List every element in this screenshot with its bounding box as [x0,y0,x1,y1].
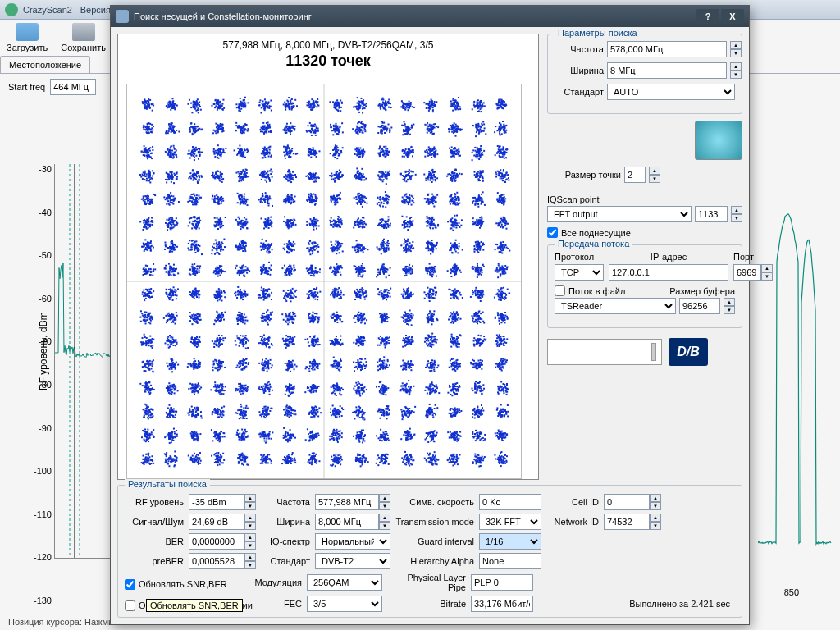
iq-select[interactable]: Нормальный [315,533,390,550]
main-title: CrazyScan2 - Версия [23,5,111,15]
preber-input[interactable] [189,553,244,569]
app-icon [5,3,18,16]
res-freq-input[interactable] [315,494,379,510]
stream-group: Передача потока Протокол IP-адрес Порт T… [547,244,742,328]
help-button[interactable]: ? [696,9,719,24]
tofile-checkbox[interactable] [555,285,565,296]
iqscan-select[interactable]: FFT output [547,206,692,222]
constellation-plot: 577,988 МГц, 8,000 МГц, DVB-T2/256QAM, 3… [117,34,539,480]
rf-input[interactable] [189,494,244,510]
progress-handle[interactable] [651,343,656,361]
port-input[interactable] [733,264,761,281]
pointsize-input[interactable] [624,167,646,183]
save-button[interactable]: Сохранить [61,23,106,52]
dialog-titlebar[interactable]: Поиск несущей и Constellation-мониторинг… [111,6,749,27]
plot-info: 577,988 МГц, 8,000 МГц, DVB-T2/256QAM, 3… [123,39,533,51]
all-subcarriers-checkbox[interactable] [547,227,558,238]
side-panel: Параметры поиска Частота ▲▼ Ширина ▲▼ Ст… [547,34,742,480]
left-spectrum-chart: RF уровень, dBm -30-40-50 -60-70-80 -90-… [8,164,107,605]
plot-points: 11320 точек [123,52,533,70]
reader-select[interactable]: TSReader [555,298,676,314]
ha-input [479,553,541,569]
bufsize-input[interactable] [679,298,720,314]
disk-icon [72,23,95,41]
width-input[interactable] [607,62,727,79]
constellation-canvas [126,84,522,479]
gi-select[interactable]: 1/16 [479,533,541,550]
mod-select[interactable]: 256QAM [307,574,382,591]
iqscan-num-input[interactable] [695,206,728,222]
tooltip: Обновлять SNR,BER [146,599,243,612]
fec-select[interactable]: 3/5 [307,596,382,612]
right-spectrum-chart [758,164,832,581]
load-button[interactable]: Загрузить [7,23,48,52]
status-bar: Позиция курсора: Нажми [8,617,113,627]
ip-input[interactable] [609,264,728,281]
iqscan-spinner[interactable]: ▲▼ [731,206,742,222]
close-button[interactable]: X [721,9,744,24]
render-logo [695,121,742,160]
search-params-group: Параметры поиска Частота ▲▼ Ширина ▲▼ Ст… [547,34,742,114]
plp-input [471,574,533,591]
dialog-icon [116,10,129,23]
results-group: Результаты поиска RF уровень ▲▼ Частота … [117,485,742,618]
standard-select[interactable]: AUTO [607,84,735,100]
progress-box [547,339,662,365]
update-mod-checkbox[interactable] [125,600,135,611]
right-spectrum-canvas [758,164,832,550]
sym-input [479,494,541,510]
ber-input[interactable] [189,533,244,550]
bitrate-input [471,596,533,612]
left-spectrum-canvas [54,164,112,559]
dialog-title: Поиск несущей и Constellation-мониторинг [134,11,312,21]
pointsize-spinner[interactable]: ▲▼ [649,167,660,183]
tab-location[interactable]: Местоположение [0,56,90,73]
width-spinner[interactable]: ▲▼ [730,62,742,79]
std-select[interactable]: DVB-T2 [315,553,390,569]
constellation-dialog: Поиск несущей и Constellation-мониторинг… [110,5,750,625]
net-input[interactable] [604,514,650,530]
freq-input[interactable] [607,41,727,57]
snr-input[interactable] [189,514,244,530]
startfreq-label: Start freq [8,82,45,92]
freq-spinner[interactable]: ▲▼ [730,41,742,57]
update-snr-checkbox[interactable] [125,579,135,590]
protocol-select[interactable]: TCP [555,264,604,281]
folder-icon [16,23,39,41]
startfreq-input[interactable] [50,79,96,95]
dvb-logo: D/B [669,338,708,366]
iqscan-label: IQScan point [547,194,742,204]
tm-select[interactable]: 32K FFT [479,514,541,530]
cell-input[interactable] [604,494,650,510]
res-width-input[interactable] [315,514,379,530]
right-x-tick: 850 [784,587,799,597]
elapsed-label: Выполнено за 2.421 sec [538,599,735,609]
y-ticks: -30-40-50 -60-70-80 -90-100-110 -120-130 [31,164,52,605]
